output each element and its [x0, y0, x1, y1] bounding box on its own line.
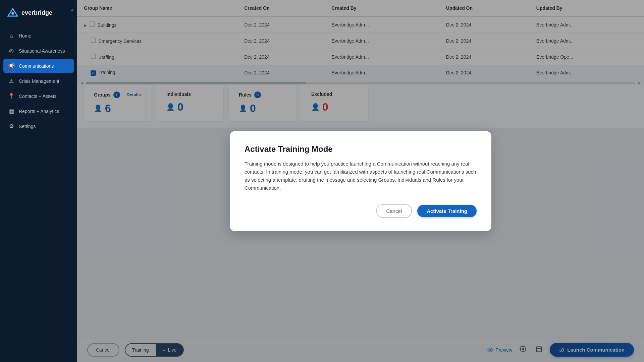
sidebar-item-label: Home — [19, 33, 31, 39]
chart-icon: ▦ — [8, 108, 15, 114]
activate-training-modal: Activate Training Mode Training mode is … — [230, 131, 491, 231]
sidebar-item-label: Contacts + Assets — [19, 94, 56, 99]
logo: everbridge — [0, 0, 77, 29]
sidebar: everbridge « ⌂ Home ◎ Situational Awaren… — [0, 0, 77, 362]
modal-actions: Cancel Activate Training — [245, 204, 477, 218]
sidebar-item-situational-awareness[interactable]: ◎ Situational Awareness — [3, 44, 74, 58]
svg-point-1 — [11, 12, 14, 15]
alert-icon: ⚠ — [8, 78, 15, 84]
modal-cancel-button[interactable]: Cancel — [376, 204, 412, 218]
modal-title: Activate Training Mode — [245, 144, 477, 154]
sidebar-collapse-button[interactable]: « — [71, 7, 74, 13]
sidebar-item-label: Situational Awareness — [19, 48, 65, 54]
home-icon: ⌂ — [8, 33, 15, 39]
sidebar-item-contacts-assets[interactable]: 📍 Contacts + Assets — [3, 89, 74, 103]
sidebar-item-settings[interactable]: ⚙ Settings — [3, 119, 74, 133]
sidebar-nav: ⌂ Home ◎ Situational Awareness 📢 Communi… — [0, 29, 77, 133]
pin-icon: 📍 — [8, 93, 15, 99]
modal-body: Training mode is designed to help you pr… — [245, 160, 477, 192]
sidebar-item-crisis-management[interactable]: ⚠ Crisis Management — [3, 74, 74, 88]
modal-activate-button[interactable]: Activate Training — [417, 205, 477, 217]
main-content: Group Name Created On Created By Updated… — [77, 0, 644, 362]
sidebar-item-communications[interactable]: 📢 Communications — [3, 59, 74, 73]
gear-icon: ⚙ — [8, 123, 15, 129]
modal-overlay: Activate Training Mode Training mode is … — [77, 0, 644, 362]
sidebar-item-label: Settings — [19, 124, 36, 129]
sidebar-item-label: Crisis Management — [19, 78, 59, 84]
sidebar-item-home[interactable]: ⌂ Home — [3, 29, 74, 43]
sidebar-item-reports-analytics[interactable]: ▦ Reports + Analytics — [3, 104, 74, 118]
megaphone-icon: 📢 — [8, 63, 15, 69]
radar-icon: ◎ — [8, 48, 15, 54]
logo-text: everbridge — [21, 9, 52, 16]
sidebar-item-label: Communications — [19, 63, 54, 69]
sidebar-item-label: Reports + Analytics — [19, 109, 59, 114]
